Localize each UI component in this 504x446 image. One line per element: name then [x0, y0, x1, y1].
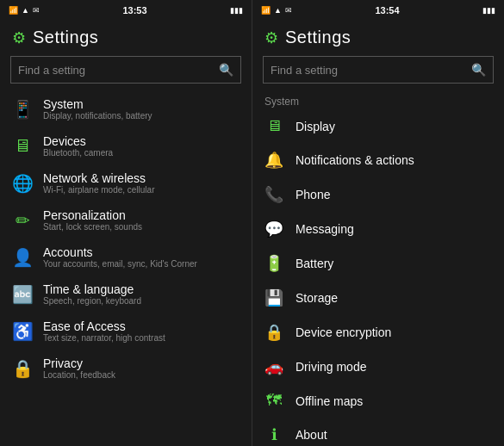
left-search-input[interactable]	[18, 64, 219, 77]
menu-item-system[interactable]: 📱 System Display, notifications, battery	[0, 90, 252, 127]
encryption-label: Device encryption	[296, 325, 391, 339]
left-header: ⚙ Settings	[0, 21, 252, 53]
system-label: System	[43, 97, 152, 111]
personalization-desc: Start, lock screen, sounds	[43, 222, 142, 232]
sub-item-notifications[interactable]: 🔔 Notifications & actions	[252, 143, 504, 177]
messaging-label: Messaging	[296, 222, 354, 236]
status-bar-right-icons: 📶 ▲ ✉	[261, 6, 292, 15]
battery-sub-icon: 🔋	[264, 254, 283, 273]
personalization-label: Personalization	[43, 208, 142, 222]
settings-gear-left: ⚙	[12, 28, 26, 47]
status-bar-right-left: ▮▮▮	[230, 6, 243, 15]
sub-item-messaging[interactable]: 💬 Messaging	[252, 212, 504, 246]
menu-item-time[interactable]: 🔤 Time & language Speech, region, keyboa…	[0, 276, 252, 313]
driving-icon: 🚗	[264, 357, 283, 376]
ease-label: Ease of Access	[43, 319, 165, 333]
messaging-icon: 💬	[264, 220, 283, 238]
sub-item-encryption[interactable]: 🔒 Device encryption	[252, 315, 504, 350]
sub-item-phone[interactable]: 📞 Phone	[252, 177, 504, 212]
display-label: Display	[296, 120, 335, 133]
privacy-desc: Location, feedback	[43, 370, 115, 380]
network-label: Network & wireless	[43, 171, 155, 185]
settings-gear-right: ⚙	[264, 28, 278, 47]
status-bar-left: 📶 ▲ ✉ 13:53 ▮▮▮	[0, 0, 252, 21]
wifi-icon-right: ▲	[274, 6, 282, 15]
devices-desc: Bluetooth, camera	[43, 148, 113, 158]
time-label: Time & language	[43, 282, 141, 296]
menu-item-devices[interactable]: 🖥 Devices Bluetooth, camera	[0, 127, 252, 164]
message-icon: ✉	[33, 6, 40, 15]
status-time-right: 13:54	[375, 5, 399, 15]
sub-item-storage[interactable]: 💾 Storage	[252, 281, 504, 315]
encryption-icon: 🔒	[264, 323, 283, 342]
sub-item-battery[interactable]: 🔋 Battery	[252, 246, 504, 281]
notifications-label: Notifications & actions	[296, 153, 414, 167]
left-panel: 📶 ▲ ✉ 13:53 ▮▮▮ ⚙ Settings 🔍 📱 System Di…	[0, 0, 252, 446]
offline-maps-icon: 🗺	[264, 392, 283, 410]
about-label: About	[296, 428, 327, 442]
sub-item-offline-maps[interactable]: 🗺 Offline maps	[252, 384, 504, 418]
signal-icon-right: 📶	[261, 6, 271, 15]
privacy-icon: 🔒	[12, 358, 33, 379]
left-search-button[interactable]: 🔍	[219, 63, 233, 77]
left-search-bar[interactable]: 🔍	[10, 56, 241, 84]
right-search-input[interactable]	[271, 64, 471, 77]
sub-item-display[interactable]: 🖥 Display	[252, 109, 504, 143]
privacy-label: Privacy	[43, 356, 115, 370]
menu-item-accounts[interactable]: 👤 Accounts Your accounts, email, sync, K…	[0, 238, 252, 276]
battery-label: Battery	[296, 257, 333, 270]
system-desc: Display, notifications, battery	[43, 111, 152, 121]
devices-label: Devices	[43, 134, 113, 148]
right-panel: 📶 ▲ ✉ 13:54 ▮▮▮ ⚙ Settings 🔍 System 🖥 Di…	[252, 0, 504, 446]
menu-item-personalization[interactable]: ✏ Personalization Start, lock screen, so…	[0, 201, 252, 238]
accounts-icon: 👤	[12, 247, 33, 268]
sub-item-driving[interactable]: 🚗 Driving mode	[252, 350, 504, 384]
battery-icon-left: ▮▮▮	[230, 6, 243, 15]
storage-icon: 💾	[264, 288, 283, 307]
accounts-label: Accounts	[43, 245, 197, 259]
time-icon: 🔤	[12, 284, 33, 305]
left-menu-list: 📱 System Display, notifications, battery…	[0, 90, 252, 446]
devices-icon: 🖥	[12, 136, 33, 156]
offline-maps-label: Offline maps	[296, 394, 363, 408]
status-bar-right-batt: ▮▮▮	[482, 6, 495, 15]
phone-icon: 📞	[264, 185, 283, 204]
sub-item-about[interactable]: ℹ About	[252, 418, 504, 446]
menu-item-network[interactable]: 🌐 Network & wireless Wi-Fi, airplane mod…	[0, 164, 252, 201]
status-time-left: 13:53	[122, 5, 146, 15]
storage-label: Storage	[296, 291, 338, 305]
phone-label: Phone	[296, 188, 330, 201]
right-sub-list: 🖥 Display 🔔 Notifications & actions 📞 Ph…	[252, 109, 504, 446]
time-desc: Speech, region, keyboard	[43, 296, 141, 306]
right-panel-title: Settings	[285, 28, 351, 47]
signal-icon: 📶	[9, 6, 18, 15]
status-bar-right: 📶 ▲ ✉ 13:54 ▮▮▮	[252, 0, 504, 21]
message-icon-right: ✉	[285, 6, 292, 15]
ease-desc: Text size, narrator, high contrast	[43, 333, 165, 343]
status-bar-left-icons: 📶 ▲ ✉	[9, 6, 40, 15]
battery-icon-right: ▮▮▮	[482, 6, 495, 15]
about-icon: ℹ	[264, 425, 283, 444]
network-icon: 🌐	[12, 173, 33, 194]
network-desc: Wi-Fi, airplane mode, cellular	[43, 185, 155, 195]
personalization-icon: ✏	[12, 210, 33, 231]
driving-label: Driving mode	[296, 360, 366, 374]
right-header: ⚙ Settings	[252, 21, 504, 53]
wifi-icon: ▲	[22, 6, 29, 15]
system-category: System	[252, 92, 504, 109]
menu-item-privacy[interactable]: 🔒 Privacy Location, feedback	[0, 350, 252, 387]
system-icon: 📱	[12, 99, 33, 120]
notifications-icon: 🔔	[264, 151, 283, 170]
left-panel-title: Settings	[33, 28, 98, 47]
right-search-button[interactable]: 🔍	[471, 63, 486, 77]
display-icon: 🖥	[264, 117, 283, 135]
menu-item-ease[interactable]: ♿ Ease of Access Text size, narrator, hi…	[0, 313, 252, 350]
accounts-desc: Your accounts, email, sync, Kid's Corner	[43, 259, 197, 269]
ease-icon: ♿	[12, 321, 33, 342]
right-search-bar[interactable]: 🔍	[263, 56, 494, 84]
